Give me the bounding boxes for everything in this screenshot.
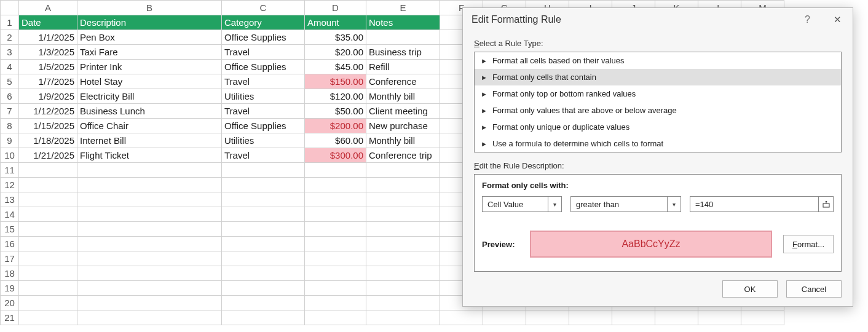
row-header[interactable]: 15 — [1, 222, 19, 237]
row-header[interactable]: 12 — [1, 178, 19, 192]
ok-button[interactable]: OK — [722, 280, 778, 298]
cell-category[interactable]: Travel — [222, 148, 305, 163]
rule-type-option[interactable]: ►Format all cells based on their values — [475, 52, 841, 69]
row-header[interactable]: 1 — [1, 15, 19, 30]
cell-date[interactable]: 1/15/2025 — [19, 119, 77, 133]
cell-amount[interactable]: $120.00 — [305, 89, 366, 104]
row-header[interactable]: 2 — [1, 30, 19, 45]
row-header[interactable]: 17 — [1, 251, 19, 266]
bullet-icon: ► — [481, 74, 487, 81]
column-header[interactable]: D — [305, 1, 366, 15]
cell-category[interactable]: Travel — [222, 74, 305, 89]
chevron-down-icon: ▾ — [667, 197, 681, 211]
row-header[interactable]: 4 — [1, 60, 19, 74]
rule-type-list[interactable]: ►Format all cells based on their values►… — [474, 52, 842, 152]
cell-notes[interactable]: Business trip — [366, 45, 440, 60]
cell-description[interactable]: Internet Bill — [77, 133, 222, 148]
cell-description[interactable]: Printer Ink — [77, 60, 222, 74]
table-header-cell[interactable]: Category — [222, 15, 305, 30]
cell-notes[interactable]: Client meeting — [366, 104, 440, 119]
cell-amount[interactable]: $300.00 — [305, 148, 366, 163]
row-header[interactable]: 19 — [1, 281, 19, 296]
row-header[interactable]: 13 — [1, 192, 19, 207]
cell-description[interactable]: Pen Box — [77, 30, 222, 45]
cell-category[interactable]: Office Supplies — [222, 119, 305, 133]
condition-target-dropdown[interactable]: Cell Value ▾ — [482, 196, 562, 212]
table-header-cell[interactable]: Description — [77, 15, 222, 30]
rule-type-option[interactable]: ►Format only top or bottom ranked values — [475, 85, 841, 102]
cell-amount[interactable]: $45.00 — [305, 60, 366, 74]
cell-amount[interactable]: $50.00 — [305, 104, 366, 119]
row-header[interactable]: 21 — [1, 310, 19, 325]
row-header[interactable]: 9 — [1, 133, 19, 148]
cell-amount[interactable]: $200.00 — [305, 119, 366, 133]
cell-date[interactable]: 1/5/2025 — [19, 60, 77, 74]
cell-notes[interactable]: Conference — [366, 74, 440, 89]
row-header[interactable]: 5 — [1, 74, 19, 89]
column-header[interactable]: A — [19, 1, 77, 15]
row-header[interactable]: 8 — [1, 119, 19, 133]
cell-amount[interactable]: $20.00 — [305, 45, 366, 60]
cell-description[interactable]: Taxi Fare — [77, 45, 222, 60]
row-header[interactable]: 18 — [1, 266, 19, 281]
cell-amount[interactable]: $60.00 — [305, 133, 366, 148]
cell-category[interactable]: Travel — [222, 45, 305, 60]
cell-date[interactable]: 1/12/2025 — [19, 104, 77, 119]
row-header[interactable]: 10 — [1, 148, 19, 163]
format-button[interactable]: Format... — [783, 235, 834, 253]
cell-category[interactable]: Office Supplies — [222, 30, 305, 45]
table-header-cell[interactable]: Notes — [366, 15, 440, 30]
cell-notes[interactable] — [366, 30, 440, 45]
rule-type-option[interactable]: ►Use a formula to determine which cells … — [475, 135, 841, 152]
rule-type-option[interactable]: ►Format only unique or duplicate values — [475, 119, 841, 135]
cell-date[interactable]: 1/21/2025 — [19, 148, 77, 163]
dialog-title: Edit Formatting Rule — [471, 14, 805, 25]
range-picker-icon[interactable] — [818, 197, 833, 211]
condition-value-input[interactable]: =140 — [690, 196, 834, 212]
rule-type-option[interactable]: ►Format only cells that contain — [475, 69, 841, 85]
cell-date[interactable]: 1/18/2025 — [19, 133, 77, 148]
condition-operator-dropdown[interactable]: greater than ▾ — [570, 196, 681, 212]
close-icon[interactable]: ✕ — [829, 13, 846, 26]
rule-type-label: Format only cells that contain — [492, 73, 596, 82]
rule-type-option[interactable]: ►Format only values that are above or be… — [475, 102, 841, 119]
bullet-icon: ► — [481, 90, 487, 98]
cell-date[interactable]: 1/9/2025 — [19, 89, 77, 104]
cell-amount[interactable]: $35.00 — [305, 30, 366, 45]
row-header[interactable]: 16 — [1, 237, 19, 251]
column-header[interactable]: E — [366, 1, 440, 15]
cell-description[interactable]: Electricity Bill — [77, 89, 222, 104]
row-header[interactable]: 11 — [1, 163, 19, 178]
cell-date[interactable]: 1/7/2025 — [19, 74, 77, 89]
table-header-cell[interactable]: Amount — [305, 15, 366, 30]
cell-date[interactable]: 1/1/2025 — [19, 30, 77, 45]
row-header[interactable]: 3 — [1, 45, 19, 60]
cell-description[interactable]: Hotel Stay — [77, 74, 222, 89]
row-header[interactable]: 14 — [1, 207, 19, 222]
cell-description[interactable]: Business Lunch — [77, 104, 222, 119]
cell-description[interactable]: Flight Ticket — [77, 148, 222, 163]
cell-notes[interactable]: Conference trip — [366, 148, 440, 163]
help-icon[interactable]: ? — [805, 14, 810, 25]
cell-category[interactable]: Utilities — [222, 133, 305, 148]
preview-label: Preview: — [482, 240, 519, 249]
cell-notes[interactable]: New purchase — [366, 119, 440, 133]
cell-amount[interactable]: $150.00 — [305, 74, 366, 89]
cell-category[interactable]: Travel — [222, 104, 305, 119]
format-only-cells-with-label: Format only cells with: — [482, 181, 834, 190]
cancel-button[interactable]: Cancel — [786, 280, 842, 298]
cell-category[interactable]: Office Supplies — [222, 60, 305, 74]
rule-type-label: Format all cells based on their values — [492, 56, 625, 65]
column-header[interactable]: B — [77, 1, 222, 15]
cell-description[interactable]: Office Chair — [77, 119, 222, 133]
table-header-cell[interactable]: Date — [19, 15, 77, 30]
cell-date[interactable]: 1/3/2025 — [19, 45, 77, 60]
row-header[interactable]: 7 — [1, 104, 19, 119]
row-header[interactable]: 20 — [1, 296, 19, 310]
cell-notes[interactable]: Refill — [366, 60, 440, 74]
cell-category[interactable]: Utilities — [222, 89, 305, 104]
row-header[interactable]: 6 — [1, 89, 19, 104]
column-header[interactable]: C — [222, 1, 305, 15]
cell-notes[interactable]: Monthly bill — [366, 133, 440, 148]
cell-notes[interactable]: Monthly bill — [366, 89, 440, 104]
